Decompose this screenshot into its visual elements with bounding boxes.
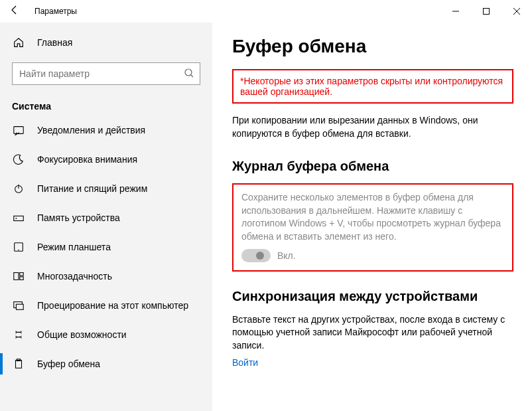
power-icon [12,183,25,195]
tablet-icon [12,241,25,253]
svg-point-10 [16,218,17,219]
svg-rect-14 [20,273,23,276]
search-input[interactable] [19,68,184,79]
clipboard-icon [12,358,25,370]
sidebar-item-label: Питание и спящий режим [37,183,147,194]
sync-section-title: Синхронизация между устройствами [232,289,513,304]
page-title: Буфер обмена [232,36,513,57]
svg-point-4 [185,69,192,76]
svg-rect-15 [20,277,23,280]
back-button[interactable] [7,5,23,18]
home-nav[interactable]: Главная [0,28,212,57]
sidebar-item-multitask[interactable]: Многозадачность [0,262,212,291]
history-toggle-label: Вкл. [277,250,296,261]
shared-icon [12,329,25,341]
sidebar-item-storage[interactable]: Память устройства [0,203,212,232]
sidebar-section-label: Система [0,94,212,116]
history-policy-box: Сохраните несколько элементов в буфер об… [232,183,513,271]
sidebar-item-clipboard[interactable]: Буфер обмена [0,349,212,378]
content: Буфер обмена *Некоторые из этих параметр… [212,23,532,411]
titlebar-left: Параметры [0,5,77,18]
search-icon [184,68,194,80]
org-policy-notice: *Некоторые из этих параметров скрыты или… [232,69,513,104]
sidebar-item-tablet[interactable]: Режим планшета [0,232,212,262]
sidebar-item-projecting[interactable]: Проецирование на этот компьютер [0,291,212,320]
svg-rect-17 [16,304,23,309]
sidebar-item-label: Режим планшета [37,242,111,252]
history-toggle-row: Вкл. [241,249,504,262]
sidebar-item-label: Память устройства [37,212,120,223]
minimize-button[interactable] [440,0,471,23]
history-section-title: Журнал буфера обмена [232,159,513,174]
sidebar-item-label: Уведомления и действия [37,125,145,135]
svg-line-5 [191,75,193,77]
window-title: Параметры [23,7,77,16]
sidebar-item-focus[interactable]: Фокусировка внимания [0,145,212,174]
notifications-icon [12,124,25,136]
sidebar-item-label: Многозадачность [37,271,112,282]
svg-rect-13 [14,273,19,280]
sidebar-item-label: Проецирование на этот компьютер [37,300,188,311]
sidebar: Главная Система Уведомления и действия Ф… [0,23,212,411]
moon-icon [12,153,25,165]
body: Главная Система Уведомления и действия Ф… [0,23,532,411]
signin-link[interactable]: Войти [232,357,513,368]
home-icon [12,37,25,48]
sidebar-item-label: Общие возможности [37,329,127,340]
sync-description: Вставьте текст на других устройствах, по… [232,313,513,353]
close-button[interactable] [501,0,532,23]
window-controls [440,0,532,23]
svg-rect-1 [484,9,490,15]
multitask-icon [12,270,25,282]
sidebar-item-power[interactable]: Питание и спящий режим [0,174,212,203]
search-box[interactable] [12,62,200,85]
titlebar: Параметры [0,0,532,23]
home-label: Главная [37,37,72,48]
sidebar-item-notifications[interactable]: Уведомления и действия [0,116,212,145]
sidebar-item-label: Фокусировка внимания [37,154,137,165]
maximize-button[interactable] [471,0,501,23]
storage-icon [12,212,25,224]
history-toggle[interactable] [241,249,271,262]
history-description: Сохраните несколько элементов в буфер об… [241,191,504,243]
sidebar-item-label: Буфер обмена [37,359,100,369]
sidebar-item-shared[interactable]: Общие возможности [0,320,212,349]
search-wrap [0,57,212,94]
projecting-icon [12,299,25,311]
svg-rect-9 [14,216,23,220]
svg-rect-18 [16,361,22,369]
clipboard-description: При копировании или вырезании данных в W… [232,114,513,140]
